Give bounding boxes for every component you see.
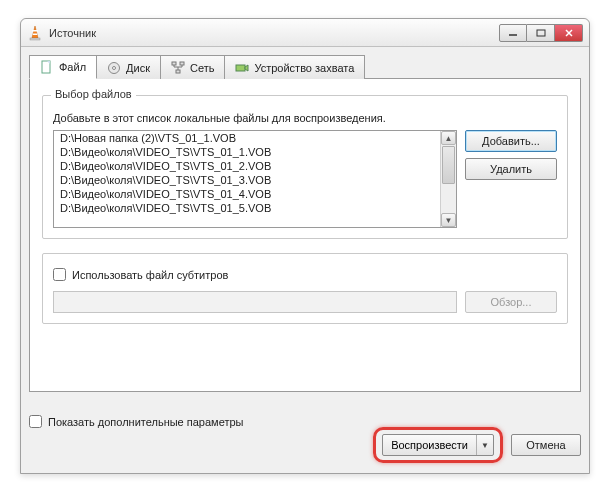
svg-rect-5: [537, 30, 545, 36]
tab-label: Сеть: [190, 62, 214, 74]
scroll-thumb[interactable]: [442, 146, 455, 184]
tab-label: Устройство захвата: [254, 62, 354, 74]
checkbox-label: Использовать файл субтитров: [72, 269, 228, 281]
scrollbar[interactable]: ▲ ▼: [440, 131, 456, 227]
tab-panel-file: Выбор файлов Добавьте в этот список лока…: [29, 78, 581, 392]
dialog-footer: Воспроизвести ▼ Отмена: [373, 427, 581, 463]
svg-marker-0: [32, 26, 38, 38]
tab-file[interactable]: Файл: [29, 55, 97, 79]
scroll-up-icon[interactable]: ▲: [441, 131, 456, 145]
group-hint: Добавьте в этот список локальные файлы д…: [53, 112, 557, 124]
checkbox-input[interactable]: [53, 268, 66, 281]
maximize-button[interactable]: [527, 24, 555, 42]
svg-point-11: [113, 66, 116, 69]
checkbox-label: Показать дополнительные параметры: [48, 416, 243, 428]
list-item[interactable]: D:\Видео\коля\VIDEO_TS\VTS_01_2.VOB: [54, 159, 440, 173]
dialog-window: Источник Файл Диск Сеть Устройство захва: [20, 18, 590, 474]
tab-disc[interactable]: Диск: [96, 55, 161, 79]
file-icon: [40, 60, 54, 74]
svg-rect-2: [33, 33, 37, 35]
group-legend: Выбор файлов: [51, 88, 136, 100]
highlight-annotation: Воспроизвести ▼: [373, 427, 503, 463]
file-selection-group: Выбор файлов Добавьте в этот список лока…: [42, 95, 568, 239]
close-button[interactable]: [555, 24, 583, 42]
list-item[interactable]: D:\Видео\коля\VIDEO_TS\VTS_01_1.VOB: [54, 145, 440, 159]
capture-icon: [235, 61, 249, 75]
checkbox-input[interactable]: [29, 415, 42, 428]
list-item[interactable]: D:\Видео\коля\VIDEO_TS\VTS_01_5.VOB: [54, 201, 440, 215]
svg-rect-14: [176, 70, 180, 73]
svg-rect-12: [172, 62, 176, 65]
tabstrip: Файл Диск Сеть Устройство захвата: [29, 55, 581, 79]
content-area: Файл Диск Сеть Устройство захвата Выбор …: [29, 55, 581, 463]
svg-rect-15: [236, 65, 245, 71]
subtitles-group: Использовать файл субтитров Обзор...: [42, 253, 568, 324]
scroll-down-icon[interactable]: ▼: [441, 213, 456, 227]
cancel-button[interactable]: Отмена: [511, 434, 581, 456]
list-item[interactable]: D:\Видео\коля\VIDEO_TS\VTS_01_4.VOB: [54, 187, 440, 201]
tab-label: Файл: [59, 61, 86, 73]
add-button[interactable]: Добавить...: [465, 130, 557, 152]
play-split-button[interactable]: Воспроизвести ▼: [382, 434, 494, 456]
show-more-options-checkbox[interactable]: Показать дополнительные параметры: [29, 415, 243, 428]
titlebar[interactable]: Источник: [21, 19, 589, 47]
tab-label: Диск: [126, 62, 150, 74]
tab-capture[interactable]: Устройство захвата: [224, 55, 365, 79]
list-item[interactable]: D:\Видео\коля\VIDEO_TS\VTS_01_3.VOB: [54, 173, 440, 187]
list-item[interactable]: D:\Новая папка (2)\VTS_01_1.VOB: [54, 131, 440, 145]
file-list[interactable]: D:\Новая папка (2)\VTS_01_1.VOB D:\Видео…: [53, 130, 457, 228]
tab-network[interactable]: Сеть: [160, 55, 225, 79]
use-subtitles-checkbox[interactable]: Использовать файл субтитров: [53, 268, 557, 281]
vlc-cone-icon: [27, 25, 43, 41]
svg-rect-1: [32, 30, 38, 32]
browse-button: Обзор...: [465, 291, 557, 313]
disc-icon: [107, 61, 121, 75]
remove-button[interactable]: Удалить: [465, 158, 557, 180]
chevron-down-icon[interactable]: ▼: [477, 441, 493, 450]
svg-rect-3: [30, 38, 40, 40]
minimize-button[interactable]: [499, 24, 527, 42]
subtitle-path-field: [53, 291, 457, 313]
network-icon: [171, 61, 185, 75]
svg-rect-13: [180, 62, 184, 65]
play-button-label[interactable]: Воспроизвести: [383, 435, 477, 455]
window-title: Источник: [49, 27, 499, 39]
